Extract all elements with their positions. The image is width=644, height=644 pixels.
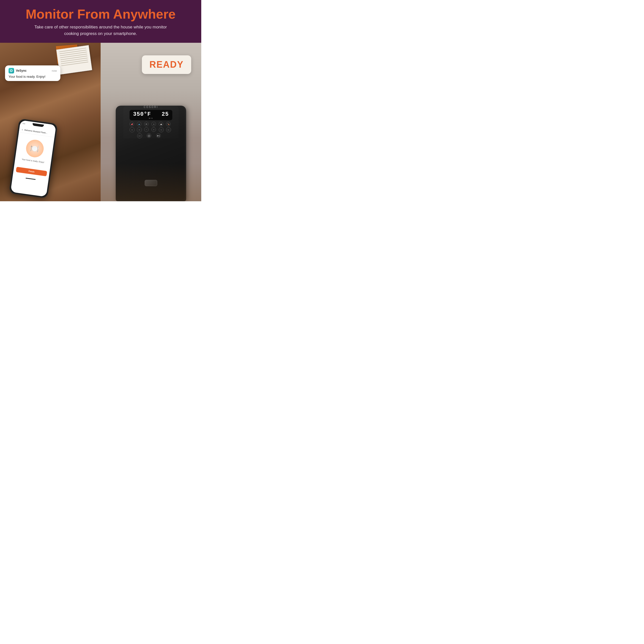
buttons-grid-3: KW ⏻ ▶‖	[137, 133, 165, 138]
app-name: VeSync	[16, 69, 27, 72]
btn-cup[interactable]: ☕	[159, 122, 163, 126]
food-background	[101, 164, 201, 201]
brand-label: COSORI	[144, 106, 158, 108]
buttons-grid-1: 🥩 🐟 ❄ ☕ 🍗	[130, 122, 172, 126]
content-panels: VeSync now Your food is ready. Enjoy! 9:…	[0, 43, 201, 201]
btn-shake[interactable]: SH	[130, 127, 135, 132]
ready-card: READY	[142, 55, 191, 74]
btn-play-pause[interactable]: ▶‖	[156, 133, 161, 138]
app-info: VeSync	[9, 68, 27, 73]
notification-time: now	[52, 69, 57, 72]
control-panel: COSORI 350°F 25 MIN 🥩 🐟	[123, 106, 179, 138]
notification-header: VeSync now	[9, 68, 57, 73]
buttons-grid-2: SH PR − + TO BA	[130, 127, 172, 132]
back-arrow-icon[interactable]: ‹	[22, 128, 23, 132]
plate-icon: 🍽️	[25, 139, 45, 158]
btn-snowflake[interactable]: ❄	[151, 122, 156, 126]
finish-button[interactable]: Finish	[16, 167, 47, 176]
time-unit-label: MIN	[133, 117, 169, 119]
display-area: 350°F 25 MIN	[130, 110, 172, 120]
phone-ready-text: Your food is ready. Enjoy!	[18, 157, 49, 164]
notebook	[56, 45, 92, 75]
btn-plus[interactable]: +	[151, 127, 156, 132]
page-title: Monitor From Anywhere	[10, 7, 191, 21]
btn-minus[interactable]: −	[144, 127, 149, 132]
header-section: Monitor From Anywhere Take care of other…	[0, 0, 201, 43]
btn-power[interactable]: ⏻	[147, 133, 151, 138]
page-subtitle: Take care of other responsibilities arou…	[30, 24, 171, 37]
notification-message: Your food is ready. Enjoy!	[9, 75, 57, 78]
left-panel: VeSync now Your food is ready. Enjoy! 9:…	[0, 43, 101, 201]
temperature-display: 350°F 25	[133, 111, 169, 117]
btn-toast[interactable]: TO	[159, 127, 164, 132]
notification-card: VeSync now Your food is ready. Enjoy!	[5, 65, 60, 81]
vesync-icon	[9, 68, 14, 73]
btn-preheat[interactable]: PR	[137, 127, 142, 132]
btn-steak[interactable]: 🥩	[130, 122, 134, 126]
btn-wifi	[144, 122, 149, 126]
btn-keep-warm[interactable]: KW	[137, 133, 142, 138]
btn-bake[interactable]: BA	[166, 127, 171, 132]
btn-fish[interactable]: 🐟	[137, 122, 141, 126]
right-panel: READY COSORI 350°F 25 MIN	[101, 43, 201, 201]
btn-chicken[interactable]: 🍗	[166, 122, 171, 126]
home-indicator	[25, 178, 35, 180]
ready-label: READY	[149, 59, 184, 70]
food-illustration: 🍽️	[25, 139, 45, 158]
phone-content: 🍽️ Your food is ready. Enjoy! Finish	[13, 132, 55, 179]
page-wrapper: Monitor From Anywhere Take care of other…	[0, 0, 201, 201]
